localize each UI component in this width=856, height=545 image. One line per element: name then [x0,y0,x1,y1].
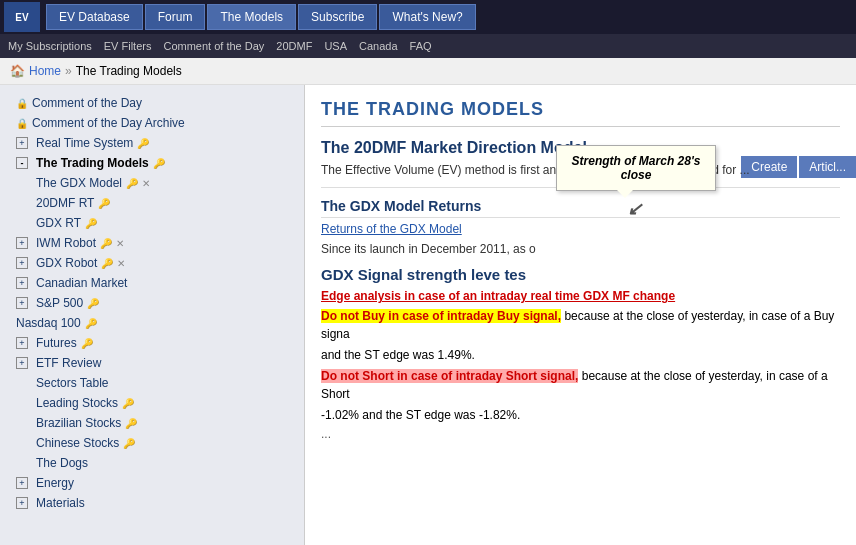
breadcrumb-home[interactable]: Home [29,64,61,78]
sidebar-item-materials[interactable]: + Materials [0,493,304,513]
section2-heading: The GDX Model Returns [321,198,840,218]
key-icon: 🔑 [100,238,112,249]
sidebar-sub-trading-models: The GDX Model 🔑 ✕ 20DMF RT 🔑 GDX RT 🔑 [0,173,304,233]
key-icon: 🔑 [123,438,135,449]
signal-row1-highlight: Do not Buy in case of intraday Buy signa… [321,309,561,323]
nav-forum[interactable]: Forum [145,4,206,30]
nav-subscribe[interactable]: Subscribe [298,4,377,30]
key-icon: 🔑 [137,138,149,149]
secondary-navigation: My Subscriptions EV Filters Comment of t… [0,34,856,58]
sec-nav-usa[interactable]: USA [324,40,347,52]
section2-text: Since its launch in December 2011, as o [321,242,840,256]
cross-icon: ✕ [117,258,125,269]
expand-icon: - [16,157,28,169]
edge-label: Edge analysis in case of an intraday rea… [321,289,840,303]
home-icon: 🏠 [10,64,25,78]
sidebar-item-comment-of-the-day[interactable]: 🔒 Comment of the Day [0,93,304,113]
sidebar-item-comment-archive[interactable]: 🔒 Comment of the Day Archive [0,113,304,133]
key-icon: 🔑 [81,338,93,349]
breadcrumb-separator: » [65,64,72,78]
sidebar-item-gdx-rt[interactable]: GDX RT 🔑 [28,213,304,233]
sidebar-label: Comment of the Day Archive [32,116,185,130]
signal-row-2-extra: -1.02% and the ST edge was -1.82%. [321,406,840,424]
sidebar-item-sectors-table[interactable]: Sectors Table [28,373,304,393]
sidebar-item-gdx-model[interactable]: The GDX Model 🔑 ✕ [28,173,304,193]
sidebar-label: IWM Robot [36,236,96,250]
sidebar-label: Leading Stocks [36,396,118,410]
nav-whats-new[interactable]: What's New? [379,4,475,30]
key-icon: 🔑 [153,158,165,169]
sec-nav-comment-of-the-day[interactable]: Comment of the Day [163,40,264,52]
signal-row2-highlight: Do not Short in case of intraday Short s… [321,369,578,383]
cross-icon: ✕ [142,178,150,189]
sec-nav-my-subscriptions[interactable]: My Subscriptions [8,40,92,52]
signal-row-2: Do not Short in case of intraday Short s… [321,367,840,403]
key-icon: 🔑 [85,318,97,329]
callout-arrow-icon: ↙ [627,198,642,220]
section-dots: ... [321,427,840,441]
sidebar-item-futures[interactable]: + Futures 🔑 [0,333,304,353]
nav-ev-database[interactable]: EV Database [46,4,143,30]
sidebar-item-real-time-system[interactable]: + Real Time System 🔑 [0,133,304,153]
sidebar: 🔒 Comment of the Day 🔒 Comment of the Da… [0,85,305,545]
sidebar-item-etf-review[interactable]: + ETF Review [0,353,304,373]
sec-nav-20dmf[interactable]: 20DMF [276,40,312,52]
sidebar-item-canadian-market[interactable]: + Canadian Market [0,273,304,293]
sidebar-item-energy[interactable]: + Energy [0,473,304,493]
key-icon: 🔑 [98,198,110,209]
sidebar-sub-etf: Sectors Table Leading Stocks 🔑 Brazilian… [0,373,304,473]
sidebar-label: S&P 500 [36,296,83,310]
sidebar-label: Energy [36,476,74,490]
sidebar-label: Comment of the Day [32,96,142,110]
sidebar-label: Nasdaq 100 [16,316,81,330]
sidebar-label: 20DMF RT [36,196,94,210]
sec-nav-canada[interactable]: Canada [359,40,398,52]
sidebar-item-the-dogs[interactable]: The Dogs [28,453,304,473]
sidebar-label: The GDX Model [36,176,122,190]
sec-nav-faq[interactable]: FAQ [410,40,432,52]
key-icon: 🔑 [125,418,137,429]
expand-icon: + [16,257,28,269]
page-title: THE TRADING MODELS [321,99,840,127]
sidebar-label: Real Time System [36,136,133,150]
signal-section: GDX Signal strength leve tes Edge analys… [321,266,840,441]
nav-the-models[interactable]: The Models [207,4,296,30]
sidebar-item-brazilian-stocks[interactable]: Brazilian Stocks 🔑 [28,413,304,433]
sidebar-item-20dmf-rt[interactable]: 20DMF RT 🔑 [28,193,304,213]
sidebar-item-sp500[interactable]: + S&P 500 🔑 [0,293,304,313]
lock-icon: 🔒 [16,98,28,109]
sidebar-item-trading-models[interactable]: - The Trading Models 🔑 [0,153,304,173]
sidebar-label: The Trading Models [36,156,149,170]
sidebar-label: Chinese Stocks [36,436,119,450]
sidebar-label: GDX RT [36,216,81,230]
sidebar-item-iwm-robot[interactable]: + IWM Robot 🔑 ✕ [0,233,304,253]
key-icon: 🔑 [122,398,134,409]
callout-text: Strength of March 28's close [572,154,701,182]
sidebar-label: Futures [36,336,77,350]
expand-icon: + [16,237,28,249]
breadcrumb-current: The Trading Models [76,64,182,78]
section2-subheading-link[interactable]: Returns of the GDX Model [321,222,840,236]
sidebar-label: Sectors Table [36,376,109,390]
key-icon: 🔑 [126,178,138,189]
expand-icon: + [16,477,28,489]
sidebar-label: ETF Review [36,356,101,370]
key-icon: 🔑 [87,298,99,309]
sidebar-item-chinese-stocks[interactable]: Chinese Stocks 🔑 [28,433,304,453]
key-icon: 🔑 [85,218,97,229]
sidebar-label: Canadian Market [36,276,127,290]
sidebar-item-leading-stocks[interactable]: Leading Stocks 🔑 [28,393,304,413]
content-area: THE TRADING MODELS The 20DMF Market Dire… [305,85,856,545]
site-logo: EV [4,2,40,32]
expand-icon: + [16,497,28,509]
sidebar-item-gdx-robot[interactable]: + GDX Robot 🔑 ✕ [0,253,304,273]
expand-icon: + [16,297,28,309]
cross-icon: ✕ [116,238,124,249]
sidebar-label: Brazilian Stocks [36,416,121,430]
signal-row-1: Do not Buy in case of intraday Buy signa… [321,307,840,343]
expand-icon: + [16,357,28,369]
expand-icon: + [16,137,28,149]
callout-tooltip: Strength of March 28's close ↙ [556,145,716,191]
sec-nav-ev-filters[interactable]: EV Filters [104,40,152,52]
sidebar-item-nasdaq100[interactable]: Nasdaq 100 🔑 [0,313,304,333]
